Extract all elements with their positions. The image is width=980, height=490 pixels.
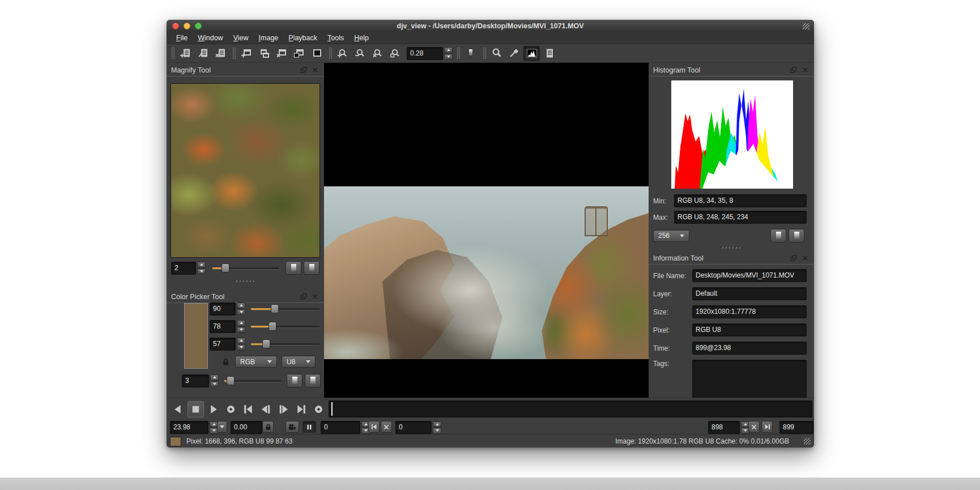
picker-size-spinner[interactable]: 3 [182,374,219,387]
menu-tools[interactable]: Tools [322,34,349,42]
zoom-fit-button[interactable] [387,46,403,61]
goto-end-button[interactable] [761,421,773,433]
spin-down-button[interactable] [197,269,206,275]
clear-in-point-button[interactable] [381,421,392,433]
magnify-preview[interactable] [171,83,320,258]
picker-g-slider[interactable] [251,321,319,332]
histogram-close-button[interactable] [800,66,809,75]
spin-down-button[interactable] [210,381,219,387]
toolbar-drag-handle[interactable] [483,47,487,59]
start-button[interactable] [240,401,257,417]
toolbar-drag-handle[interactable] [232,47,236,59]
file-reload-button[interactable] [194,46,211,61]
toolbar-drag-handle[interactable] [329,47,333,59]
spin-down-button[interactable] [444,54,453,60]
color-picker-tool-button[interactable] [506,46,522,61]
time-field[interactable]: 899@23.98 [692,342,807,355]
spin-up-button[interactable] [433,421,441,428]
pause-toggle-button[interactable] [302,421,316,433]
view-zoom-spinner[interactable]: 0.28 [407,47,453,60]
frame-spinner[interactable]: 0 [321,421,370,434]
window-fit-button[interactable] [291,46,307,61]
stop-button[interactable] [188,401,204,417]
spin-down-button[interactable] [237,309,245,316]
spin-up-button[interactable] [197,262,206,268]
video-view[interactable] [324,63,649,398]
picker-red-value[interactable]: 90 [210,302,236,316]
goto-start-button[interactable] [368,421,380,433]
picker-color-profile-button[interactable] [287,374,302,387]
magnify-zoom-spinner[interactable]: 2 [171,262,206,275]
picker-green-spinner[interactable]: 78 [210,320,245,333]
menu-help[interactable]: Help [349,34,374,42]
out-point-spinner[interactable]: 898 [708,421,749,434]
picker-green-value[interactable]: 78 [210,320,236,333]
picker-format-dropdown[interactable]: RGB [235,356,277,368]
reverse-button[interactable] [170,401,186,417]
histogram-tool-button[interactable] [523,46,540,61]
loop-button[interactable] [223,401,239,417]
magnify-zoom-slider[interactable] [212,262,279,274]
title-bar[interactable]: djv_view - /Users/darby/Desktop/Movies/M… [167,20,814,33]
view-zoom-value[interactable]: 0.28 [407,47,443,60]
color-picker-close-button[interactable] [310,292,319,301]
window-copy-button[interactable] [255,46,272,61]
info-close-button[interactable] [800,254,809,263]
magnify-zoom-value[interactable]: 2 [171,262,196,275]
spin-down-button[interactable] [433,428,441,434]
picker-r-slider[interactable] [251,303,319,314]
zoom-in-button[interactable] [334,46,351,61]
menu-window[interactable]: Window [193,34,228,42]
panel-splitter-handle[interactable] [235,280,255,282]
histogram-max-field[interactable]: RGB U8, 248, 245, 234 [674,211,807,224]
size-field[interactable]: 1920x1080:1.77778 [692,305,807,318]
file-close-button[interactable] [212,46,228,61]
frame-value[interactable]: 0 [321,421,360,434]
picker-blue-spinner[interactable]: 57 [210,338,245,351]
speed-spinner[interactable]: 23.98 [170,421,218,434]
speed-value[interactable]: 23.98 [170,421,208,434]
spin-up-button[interactable] [210,374,219,381]
layer-field[interactable]: Default [692,287,807,300]
in-out-button[interactable] [310,401,327,417]
in-point-spinner[interactable]: 0 [395,421,441,434]
magnify-display-profile-button[interactable] [304,261,319,275]
histogram-display-profile-button[interactable] [789,229,804,242]
play-button[interactable] [205,401,221,417]
every-frame-button[interactable] [286,421,299,433]
display-profile-button[interactable] [462,46,479,61]
spin-up-button[interactable] [237,320,245,326]
pixel-field[interactable]: RGB U8 [692,323,807,336]
window-new-button[interactable] [238,46,254,61]
window-fullscreen-button[interactable] [308,46,325,61]
timeline-slider[interactable] [329,400,812,417]
spin-down-button[interactable] [237,327,245,333]
histogram-min-field[interactable]: RGB U8, 34, 35, 8 [674,194,807,207]
magnify-color-profile-button[interactable] [286,261,301,275]
zoom-reset-button[interactable] [369,46,386,61]
resize-grip-icon[interactable] [804,438,811,445]
spin-down-button[interactable] [237,344,245,351]
picker-size-slider[interactable] [224,375,281,386]
speed-lock-button[interactable] [262,421,274,433]
window-close-button[interactable] [273,46,289,61]
information-tool-button[interactable] [541,46,557,61]
magnify-close-button[interactable] [310,66,319,75]
histogram-color-profile-button[interactable] [770,229,786,242]
info-float-button[interactable] [789,254,798,263]
timeline-cursor[interactable] [331,402,333,416]
picker-red-spinner[interactable]: 90 [210,302,245,316]
resize-grip-icon[interactable] [803,23,809,29]
panel-splitter-handle[interactable] [721,247,742,249]
toolbar-drag-handle[interactable] [171,47,175,59]
file-open-button[interactable] [177,46,193,61]
speed-popup-button[interactable] [217,421,227,433]
out-point-value[interactable]: 898 [708,421,740,434]
histogram-size-dropdown[interactable]: 256 [653,230,689,242]
picker-size-value[interactable]: 3 [182,374,209,387]
toolbar-drag-handle[interactable] [457,47,461,59]
file-name-field[interactable]: Desktop/Movies/MVI_1071.MOV [692,269,807,282]
menu-view[interactable]: View [228,34,254,42]
picker-display-profile-button[interactable] [305,374,321,387]
prev-frame-button[interactable] [258,401,274,417]
